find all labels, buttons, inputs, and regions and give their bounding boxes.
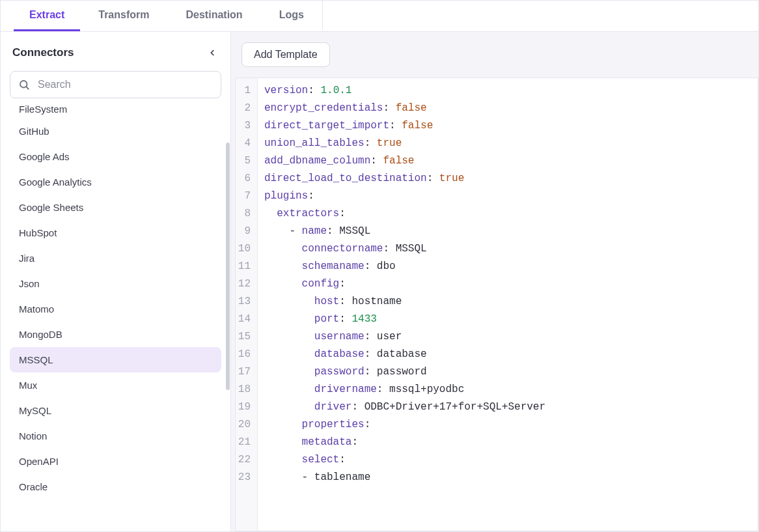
connector-item[interactable]: HubSpot (10, 220, 221, 245)
code-line[interactable]: connectorname: MSSQL (264, 240, 751, 258)
line-number: 16 (236, 346, 253, 363)
search-icon (18, 79, 30, 91)
code-line[interactable]: extractors: (264, 205, 751, 223)
main-panel: Add Template 123456789101112131415161718… (231, 32, 758, 531)
sidebar-header: Connectors (1, 32, 230, 67)
line-number: 17 (236, 363, 253, 381)
line-number: 7 (236, 188, 253, 205)
code-line[interactable]: metadata: (264, 434, 751, 451)
code-line[interactable]: schemaname: dbo (264, 258, 751, 275)
line-number: 9 (236, 223, 253, 240)
code-line[interactable]: - name: MSSQL (264, 223, 751, 240)
connector-item-label: Google Ads (19, 151, 70, 162)
connector-item-label: OpenAPI (19, 456, 59, 467)
connector-item[interactable]: FileSystem (10, 104, 221, 119)
connector-item-label: Google Sheets (19, 202, 83, 213)
connector-item-label: Mux (19, 380, 37, 391)
code-line[interactable]: drivername: mssql+pyodbc (264, 381, 751, 399)
tab-label: Transform (98, 9, 149, 21)
code-line[interactable]: host: hostname (264, 293, 751, 311)
connector-item-label: MySQL (19, 405, 51, 416)
connector-item[interactable]: MySQL (10, 398, 221, 423)
code-line[interactable]: version: 1.0.1 (264, 82, 751, 100)
connector-item[interactable]: Matomo (10, 296, 221, 322)
tab-destination[interactable]: Destination (168, 1, 261, 31)
connector-item[interactable]: GitHub (10, 119, 221, 144)
search-input[interactable] (36, 78, 213, 91)
search-wrap (1, 67, 230, 104)
search-box[interactable] (10, 71, 221, 98)
connector-item-label: MongoDB (19, 329, 62, 340)
code-line[interactable]: port: 1433 (264, 311, 751, 328)
tab-logs[interactable]: Logs (261, 1, 323, 31)
code-line[interactable]: username: user (264, 328, 751, 346)
connector-item-label: Matomo (19, 303, 54, 315)
line-number: 15 (236, 328, 253, 346)
line-number: 11 (236, 258, 253, 275)
connector-item-label: Google Analytics (19, 176, 92, 188)
connector-item-label: HubSpot (19, 227, 57, 238)
connectors-sidebar: Connectors FileSystemGitHubGoogle AdsGoo (1, 32, 231, 531)
code-line[interactable]: database: database (264, 346, 751, 363)
code-line[interactable]: config: (264, 275, 751, 293)
connector-item[interactable]: Google Analytics (10, 169, 221, 195)
tab-label: Extract (29, 9, 64, 21)
connector-item-label: Oracle (19, 481, 48, 492)
tab-label: Logs (279, 9, 304, 21)
connector-list[interactable]: FileSystemGitHubGoogle AdsGoogle Analyti… (1, 104, 230, 531)
connector-item[interactable]: Notion (10, 423, 221, 449)
line-number: 12 (236, 275, 253, 293)
collapse-sidebar-button[interactable] (203, 44, 221, 62)
add-template-button[interactable]: Add Template (242, 42, 330, 67)
code-line[interactable]: direct_target_import: false (264, 117, 751, 135)
connector-item[interactable]: Google Sheets (10, 195, 221, 220)
connector-item[interactable]: Json (10, 271, 221, 296)
main-tabs: ExtractTransformDestinationLogs (1, 1, 758, 32)
tab-transform[interactable]: Transform (80, 1, 167, 31)
yaml-editor[interactable]: 1234567891011121314151617181920212223 ve… (235, 77, 758, 531)
line-number: 5 (236, 152, 253, 170)
line-number: 4 (236, 135, 253, 152)
tab-label: Destination (186, 9, 243, 21)
code-line[interactable]: properties: (264, 416, 751, 434)
line-number: 1 (236, 82, 253, 100)
code-line[interactable]: password: password (264, 363, 751, 381)
code-line[interactable]: select: (264, 451, 751, 469)
connector-item-label: Json (19, 278, 40, 289)
code-line[interactable]: - tablename (264, 469, 751, 486)
line-number: 22 (236, 451, 253, 469)
connector-item[interactable]: MongoDB (10, 322, 221, 347)
line-number: 2 (236, 100, 253, 117)
line-number: 8 (236, 205, 253, 223)
line-number: 21 (236, 434, 253, 451)
connector-item[interactable]: Mux (10, 372, 221, 398)
code-line[interactable]: encrypt_credentials: false (264, 100, 751, 117)
line-number: 23 (236, 469, 253, 486)
scrollbar-thumb[interactable] (226, 143, 230, 390)
code-line[interactable]: plugins: (264, 188, 751, 205)
code-line[interactable]: direct_load_to_destination: true (264, 170, 751, 188)
editor-gutter: 1234567891011121314151617181920212223 (236, 78, 258, 531)
editor-code[interactable]: version: 1.0.1encrypt_credentials: false… (258, 78, 758, 531)
connector-item[interactable]: Jira (10, 245, 221, 271)
connector-item[interactable]: OpenAPI (10, 449, 221, 474)
connector-item[interactable]: Google Ads (10, 144, 221, 169)
connector-item-label: FileSystem (19, 104, 67, 115)
line-number: 20 (236, 416, 253, 434)
app-body: Connectors FileSystemGitHubGoogle AdsGoo (1, 32, 758, 531)
code-line[interactable]: union_all_tables: true (264, 135, 751, 152)
sidebar-title: Connectors (12, 46, 74, 59)
line-number: 10 (236, 240, 253, 258)
connector-item-label: MSSQL (19, 354, 53, 365)
line-number: 14 (236, 311, 253, 328)
chevron-left-icon (208, 48, 217, 57)
tab-extract[interactable]: Extract (14, 1, 80, 31)
connector-item[interactable]: MSSQL (10, 347, 221, 372)
connector-item-label: Notion (19, 430, 47, 441)
connector-item[interactable]: Oracle (10, 474, 221, 499)
connector-item-label: GitHub (19, 126, 49, 137)
code-line[interactable]: add_dbname_column: false (264, 152, 751, 170)
line-number: 13 (236, 293, 253, 311)
connector-item-label: Jira (19, 253, 34, 264)
code-line[interactable]: driver: ODBC+Driver+17+for+SQL+Server (264, 399, 751, 416)
